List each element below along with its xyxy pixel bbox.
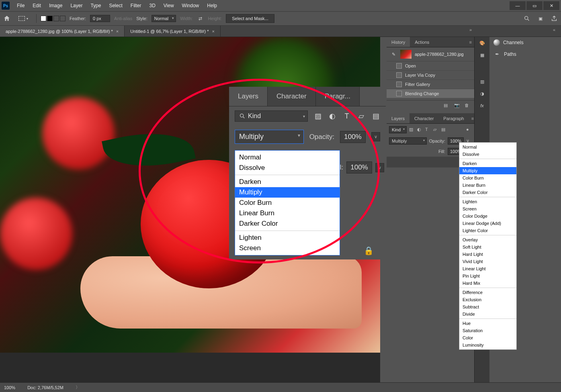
lock-icon[interactable]: 🔒 xyxy=(364,246,374,255)
blend-option-selected[interactable]: Multiply xyxy=(235,187,340,198)
workspace-icon[interactable]: ▣ xyxy=(537,15,544,22)
blend-option[interactable]: Exclusion xyxy=(459,296,516,303)
filter-adjust-icon[interactable]: ◐ xyxy=(328,112,337,120)
menu-window[interactable]: Window xyxy=(179,1,203,10)
canvas[interactable]: Layers Character Paragr... Kind ▨ ◐ T ▱ … xyxy=(0,37,387,382)
blend-option[interactable]: Luminosity xyxy=(459,341,516,349)
blend-option[interactable]: Linear Burn xyxy=(235,208,340,218)
blend-option[interactable]: Hue xyxy=(459,320,516,327)
adjustments-icon[interactable]: ▥ xyxy=(479,78,486,85)
blend-option[interactable]: Screen xyxy=(235,243,340,253)
zoom-level[interactable]: 100% xyxy=(4,385,15,390)
tab-document-2[interactable]: Untitled-1 @ 66,7% (Layer 1, RGB/8#) * × xyxy=(125,26,221,37)
blend-option[interactable]: Hard Light xyxy=(459,251,516,258)
menu-layer[interactable]: Layer xyxy=(67,1,86,10)
tab-actions[interactable]: Actions xyxy=(410,37,434,47)
blend-option[interactable]: Subtract xyxy=(459,303,516,310)
paths-tab[interactable]: ✒ Paths xyxy=(489,48,561,60)
blend-option-selected[interactable]: Multiply xyxy=(459,167,516,174)
filter-adjust-icon[interactable]: ◐ xyxy=(417,127,423,133)
blend-option[interactable]: Saturation xyxy=(459,327,516,334)
blend-option[interactable]: Difference xyxy=(459,289,516,296)
blend-option[interactable]: Normal xyxy=(235,152,340,163)
filter-pixel-icon[interactable]: ▨ xyxy=(313,112,322,120)
menu-image[interactable]: Image xyxy=(46,1,66,10)
selection-subtract-icon[interactable] xyxy=(53,16,59,21)
filter-type-icon[interactable]: T xyxy=(342,112,351,120)
menu-view[interactable]: View xyxy=(160,1,177,10)
blend-mode-select[interactable]: Multiply xyxy=(235,130,304,144)
new-doc-from-state-icon[interactable]: ▤ xyxy=(444,103,449,108)
menu-3d[interactable]: 3D xyxy=(146,1,158,10)
share-icon[interactable] xyxy=(551,15,558,22)
tab-layers[interactable]: Layers xyxy=(387,113,409,123)
blend-option[interactable]: Divide xyxy=(459,310,516,318)
blend-option[interactable]: Hard Mix xyxy=(459,280,516,287)
tab-close-icon[interactable]: × xyxy=(116,29,119,34)
tab-document-1[interactable]: apple-2788662_1280.jpg @ 100% (Layer 1, … xyxy=(0,26,125,37)
menu-type[interactable]: Type xyxy=(87,1,104,10)
opacity-chevron-icon[interactable]: ∨ xyxy=(371,132,380,141)
channels-tab[interactable]: Channels xyxy=(489,37,561,48)
selection-add-icon[interactable] xyxy=(47,16,53,21)
blend-option[interactable]: Linear Light xyxy=(459,265,516,272)
blend-mode-select[interactable]: Multiply xyxy=(389,137,427,145)
blend-option[interactable]: Dissolve xyxy=(235,163,340,173)
blend-option[interactable]: Screen xyxy=(459,205,516,212)
panel-menu-icon[interactable]: ≡ xyxy=(467,37,474,47)
filter-shape-icon[interactable]: ▱ xyxy=(357,112,366,120)
snapshot-icon[interactable]: 📷 xyxy=(454,103,460,108)
menu-file[interactable]: File xyxy=(14,1,28,10)
opacity-input[interactable]: 100% xyxy=(340,131,366,143)
home-icon[interactable] xyxy=(3,15,10,22)
blend-option[interactable]: Darker Color xyxy=(235,218,340,229)
layer-filter-select[interactable]: Kind xyxy=(235,110,308,122)
blend-option[interactable]: Pin Light xyxy=(459,272,516,280)
filter-toggle-icon[interactable]: ● xyxy=(466,127,472,133)
selection-intersect-icon[interactable] xyxy=(60,16,66,21)
tab-history[interactable]: History xyxy=(387,37,410,47)
blend-option[interactable]: Dissolve xyxy=(459,151,516,158)
minimize-button[interactable]: — xyxy=(510,1,526,10)
blend-option[interactable]: Lighter Color xyxy=(459,227,516,234)
select-and-mask-button[interactable]: Select and Mask... xyxy=(226,14,274,23)
collapse-panels-icon[interactable]: » xyxy=(469,27,472,32)
blend-option[interactable]: Color Dodge xyxy=(459,212,516,220)
tab-character[interactable]: Character xyxy=(268,87,316,106)
menu-help[interactable]: Help xyxy=(204,1,220,10)
blend-option[interactable]: Linear Burn xyxy=(459,182,516,189)
style-select[interactable]: Normal xyxy=(152,15,176,22)
history-snapshot[interactable]: ✎ apple-2788662_1280.jpg xyxy=(387,47,474,61)
history-item[interactable]: Filter Gallery xyxy=(387,80,474,89)
fill-input[interactable]: 100% xyxy=(346,161,372,174)
blend-option[interactable]: Normal xyxy=(459,143,516,151)
fx-icon[interactable]: fx xyxy=(479,102,486,109)
close-button[interactable]: ✕ xyxy=(543,1,559,10)
history-item[interactable]: Layer Via Copy xyxy=(387,71,474,80)
selection-new-icon[interactable] xyxy=(41,16,46,21)
doc-size[interactable]: Doc: 2,76M/5,52M xyxy=(27,385,63,390)
menu-filter[interactable]: Filter xyxy=(127,1,145,10)
tab-paragraph[interactable]: Paragraph xyxy=(438,113,469,123)
tab-paragraph[interactable]: Paragr... xyxy=(316,87,360,106)
blend-option[interactable]: Linear Dodge (Add) xyxy=(459,220,516,227)
blend-option[interactable]: Color xyxy=(459,334,516,341)
blend-option[interactable]: Darken xyxy=(235,177,340,187)
maximize-button[interactable]: ▭ xyxy=(526,1,543,10)
tab-layers[interactable]: Layers xyxy=(229,87,268,106)
filter-type-icon[interactable]: T xyxy=(425,127,431,133)
feather-input[interactable]: 0 px xyxy=(90,15,110,22)
blend-option[interactable]: Lighten xyxy=(235,233,340,243)
history-item-selected[interactable]: Blending Change xyxy=(387,89,474,98)
swatches-icon[interactable]: ▦ xyxy=(479,51,486,59)
marquee-tool-icon[interactable]: ▾ xyxy=(14,15,32,22)
blend-option[interactable]: Vivid Light xyxy=(459,258,516,265)
menu-select[interactable]: Select xyxy=(106,1,125,10)
blend-option[interactable]: Soft Light xyxy=(459,243,516,251)
layer-filter-select[interactable]: Kind xyxy=(389,126,407,133)
tab-close-icon[interactable]: × xyxy=(212,29,214,34)
blend-option[interactable]: Color Burn xyxy=(459,174,516,182)
filter-smart-icon[interactable]: ▤ xyxy=(371,112,380,120)
blend-option[interactable]: Overlay xyxy=(459,236,516,243)
filter-smart-icon[interactable]: ▤ xyxy=(441,127,447,133)
